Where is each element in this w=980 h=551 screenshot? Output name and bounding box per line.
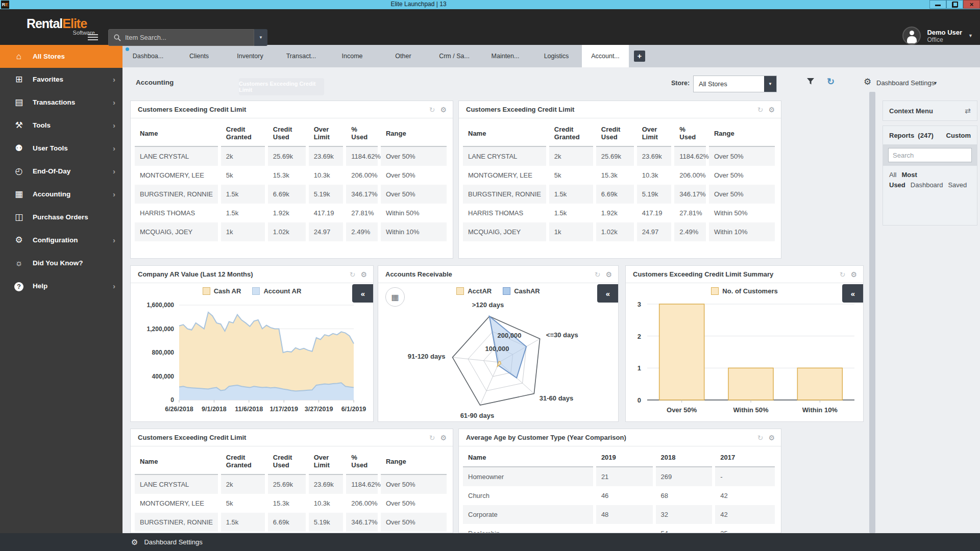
tab-logistics[interactable]: Logistics	[531, 45, 582, 67]
sidebar-item-help[interactable]: ?Help›	[0, 274, 122, 297]
widget-credit-table-2: Customers Exceeding Credit Limit ↻ ⚙ Nam…	[458, 101, 781, 259]
widget-gear-icon[interactable]: ⚙	[768, 106, 775, 114]
column-header[interactable]: Over Limit	[635, 119, 673, 146]
column-header[interactable]: Credit Used	[266, 447, 307, 474]
sidebar-item-accounting[interactable]: ▦Accounting›	[0, 183, 122, 206]
column-header[interactable]: Name	[135, 447, 219, 474]
widget-gear-icon[interactable]: ⚙	[768, 434, 775, 442]
close-button[interactable]: ×	[963, 0, 980, 9]
restore-button[interactable]	[946, 0, 963, 9]
vertical-scrollbar[interactable]	[869, 92, 875, 533]
tab-income[interactable]: Income	[327, 45, 378, 67]
column-header[interactable]: Credit Used	[595, 119, 635, 146]
filter-button[interactable]	[806, 78, 815, 85]
search-dropdown-button[interactable]: ▼	[254, 29, 267, 46]
sidebar-item-favorites[interactable]: ⊞Favorites›	[0, 68, 122, 91]
column-header[interactable]: 2018	[654, 447, 714, 467]
column-header[interactable]: Range	[707, 119, 776, 146]
column-header[interactable]: Range	[379, 119, 448, 146]
tab-other[interactable]: Other	[378, 45, 429, 67]
cell: 346.17%	[673, 185, 707, 204]
collapse-button[interactable]: «	[597, 284, 618, 303]
widget-gear-icon[interactable]: ⚙	[605, 270, 612, 279]
reports-search-input[interactable]	[888, 148, 972, 162]
widget-gear-icon[interactable]: ⚙	[360, 270, 367, 279]
sidebar-item-did-you-know[interactable]: ☼Did You Know?	[0, 252, 122, 274]
tab-inventory[interactable]: Inventory	[225, 45, 276, 67]
sidebar-item-user-tools[interactable]: ⚉User Tools›	[0, 137, 122, 160]
column-header[interactable]: 2019	[595, 447, 654, 467]
widget-refresh-icon[interactable]: ↻	[429, 106, 435, 114]
company-ar-area-chart: 0400,000800,0001,200,0001,600,0006/26/20…	[131, 283, 373, 421]
widget-refresh-icon[interactable]: ↻	[757, 434, 764, 442]
user-menu[interactable]: Demo User Office ▼	[902, 27, 973, 45]
table-row: MONTGOMERY, LEE5k15.3k10.3k206.00%Over 5…	[135, 494, 448, 513]
sidebar-item-end-of-day[interactable]: ◴End-Of-Day›	[0, 160, 122, 183]
cell: 417.19	[307, 204, 345, 222]
search-input[interactable]: Item Search...	[108, 29, 254, 46]
widget-gear-icon[interactable]: ⚙	[850, 270, 857, 279]
collapse-button[interactable]: «	[842, 284, 863, 303]
widget-refresh-icon[interactable]: ↻	[840, 270, 846, 279]
tab-mainten[interactable]: Mainten...	[480, 45, 531, 67]
svg-text:1: 1	[638, 364, 641, 372]
collapse-button[interactable]: «	[352, 284, 373, 303]
sidebar-item-transactions[interactable]: ▤Transactions›	[0, 91, 122, 114]
tab-transact[interactable]: Transact...	[276, 45, 327, 67]
widget-gear-icon[interactable]: ⚙	[440, 434, 447, 442]
column-header[interactable]: Range	[379, 447, 448, 474]
tab-account[interactable]: Account...	[582, 45, 629, 67]
column-header[interactable]: Credit Granted	[219, 447, 266, 474]
minimize-button[interactable]	[929, 0, 946, 9]
column-header[interactable]: Credit Granted	[219, 119, 266, 146]
filter-all[interactable]: All	[889, 171, 896, 179]
sidebar-item-purchase-orders[interactable]: ◫Purchase Orders	[0, 206, 122, 229]
column-header[interactable]: Over Limit	[307, 119, 345, 146]
table-view-toggle-button[interactable]: ▦	[385, 287, 405, 307]
cell: 27.81%	[673, 204, 707, 222]
dashboard-settings-gear-icon[interactable]: ⚙	[864, 77, 871, 87]
table-row: MCQUAIG, JOEY1k1.02k24.972.49%Within 10%	[463, 222, 776, 241]
calculator-icon: ▦	[12, 189, 26, 199]
column-header[interactable]: Credit Granted	[548, 119, 595, 146]
filter-dashboard[interactable]: Dashboard	[911, 181, 943, 189]
widget-gear-icon[interactable]: ⚙	[440, 106, 447, 114]
dashboard-settings-button[interactable]: Dashboard Settings	[876, 79, 935, 87]
bottom-settings-gear-icon[interactable]: ⚙	[131, 538, 138, 547]
tab-reports[interactable]: Reports (247)	[889, 132, 946, 139]
tab-dashboa[interactable]: Dashboa...	[122, 45, 174, 67]
menu-toggle-icon[interactable]	[88, 33, 98, 42]
add-tab-button[interactable]: +	[634, 51, 645, 62]
sidebar-item-tools[interactable]: ⚒Tools›	[0, 114, 122, 137]
column-header[interactable]: 2017	[714, 447, 776, 467]
cell: Homeowner	[463, 467, 595, 486]
filter-saved[interactable]: Saved	[948, 181, 967, 189]
tab-custom[interactable]: Custom	[946, 132, 971, 139]
dashboard-settings-caret-icon[interactable]: ▼	[933, 81, 938, 86]
sidebar-item-label: Tools	[33, 121, 113, 129]
widget-refresh-icon[interactable]: ↻	[757, 106, 764, 114]
column-header[interactable]: Over Limit	[307, 447, 345, 474]
sidebar-item-all-stores[interactable]: ⌂All Stores	[0, 45, 122, 68]
column-header[interactable]: Name	[463, 447, 595, 467]
widget-title: Customers Exceeding Credit Limit Summary	[633, 270, 835, 278]
column-header[interactable]: Credit Used	[266, 119, 307, 146]
tab-clients[interactable]: Clients	[174, 45, 225, 67]
widget-refresh-icon[interactable]: ↻	[350, 270, 356, 279]
column-header[interactable]: Name	[135, 119, 219, 146]
store-value: All Stores	[694, 76, 764, 92]
widget-refresh-icon[interactable]: ↻	[595, 270, 601, 279]
reorder-icon[interactable]: ⇄	[965, 107, 971, 115]
widget-refresh-icon[interactable]: ↻	[429, 434, 435, 442]
bottom-dashboard-settings-button[interactable]: Dashboard Settings	[144, 538, 202, 546]
sidebar-item-configuration[interactable]: ⚙Configuration›	[0, 229, 122, 252]
sidebar-item-label: User Tools	[33, 144, 113, 152]
accounts-receivable-radar-chart: >120 days<=30 days31-60 days61-90 days91…	[378, 283, 618, 421]
column-header[interactable]: Name	[463, 119, 548, 146]
column-header[interactable]: % Used	[673, 119, 707, 146]
column-header[interactable]: % Used	[345, 119, 379, 146]
store-select[interactable]: All Stores ▼	[693, 76, 777, 92]
tab-crm-sa[interactable]: Crm / Sa...	[429, 45, 480, 67]
column-header[interactable]: % Used	[345, 447, 379, 474]
refresh-dashboard-button[interactable]: ↻	[827, 76, 835, 87]
